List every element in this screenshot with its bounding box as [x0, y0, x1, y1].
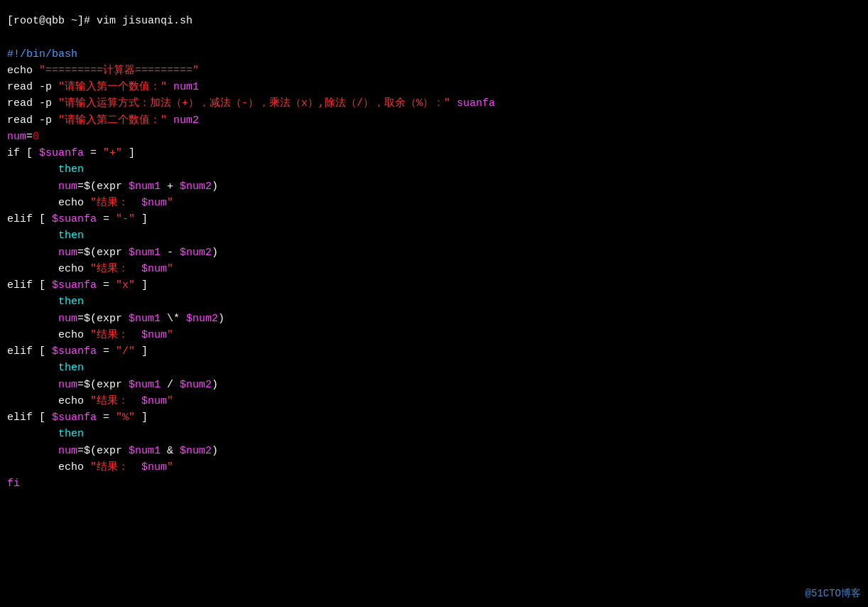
- num-mul-line: num=$(expr $num1 \* $num2): [7, 311, 861, 327]
- prompt-line: [root@qbb ~]# vim jisuanqi.sh: [7, 13, 861, 29]
- num-add-line: num=$(expr $num1 + $num2): [7, 178, 861, 195]
- echo-mul-line: echo "结果： $num": [7, 327, 861, 343]
- fi-line: fi: [7, 476, 861, 492]
- elif-div-line: elif [ $suanfa = "/" ]: [7, 343, 861, 360]
- shebang-line: #!/bin/bash: [7, 46, 861, 63]
- num-sub-line: num=$(expr $num1 - $num2): [7, 245, 861, 261]
- read-num1-line: read -p "请输入第一个数值：" num1: [7, 79, 861, 95]
- then-5-line: then: [7, 426, 861, 442]
- read-num2-line: read -p "请输入第二个数值：" num2: [7, 112, 861, 129]
- then-1-line: then: [7, 161, 861, 178]
- then-4-line: then: [7, 360, 861, 376]
- num-init-line: num=0: [7, 129, 861, 145]
- echo-mod-line: echo "结果： $num": [7, 459, 861, 476]
- elif-mod-line: elif [ $suanfa = "%" ]: [7, 409, 861, 426]
- echo-sub-line: echo "结果： $num": [7, 261, 861, 277]
- echo-add-line: echo "结果： $num": [7, 195, 861, 211]
- watermark: @51CTO博客: [805, 587, 861, 600]
- elif-mul-line: elif [ $suanfa = "x" ]: [7, 277, 861, 294]
- blank-line-1: [7, 29, 861, 45]
- elif-minus-line: elif [ $suanfa = "-" ]: [7, 211, 861, 227]
- echo-title-line: echo "=========计算器=========": [7, 63, 861, 79]
- if-plus-line: if [ $suanfa = "+" ]: [7, 145, 861, 161]
- read-suanfa-line: read -p "请输入运算方式：加法（+），减法（-），乘法（x）,除法（/）…: [7, 95, 861, 112]
- terminal: [root@qbb ~]# vim jisuanqi.sh #!/bin/bas…: [0, 0, 868, 607]
- echo-div-line: echo "结果： $num": [7, 393, 861, 409]
- then-2-line: then: [7, 227, 861, 244]
- num-div-line: num=$(expr $num1 / $num2): [7, 377, 861, 393]
- code-content: [root@qbb ~]# vim jisuanqi.sh #!/bin/bas…: [0, 6, 868, 499]
- then-3-line: then: [7, 294, 861, 310]
- num-mod-line: num=$(expr $num1 & $num2): [7, 443, 861, 459]
